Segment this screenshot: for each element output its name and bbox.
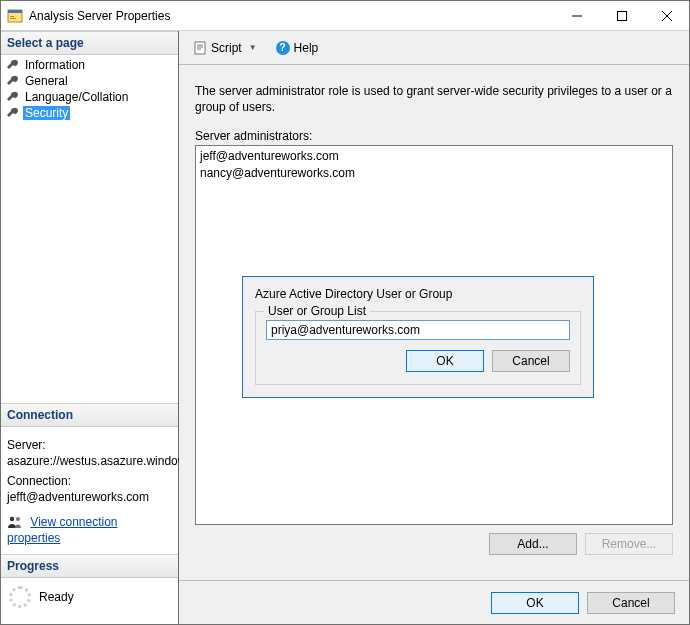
maximize-button[interactable] (599, 1, 644, 30)
aad-user-dialog: Azure Active Directory User or Group Use… (242, 276, 594, 398)
connection-header: Connection (1, 403, 178, 427)
svg-rect-1 (8, 10, 22, 13)
window-controls (554, 1, 689, 30)
remove-button: Remove... (585, 533, 673, 555)
progress-header: Progress (1, 554, 178, 578)
minimize-button[interactable] (554, 1, 599, 30)
aad-dialog-title: Azure Active Directory User or Group (243, 277, 593, 305)
nav-item-language-collation[interactable]: Language/Collation (1, 89, 178, 105)
app-icon (7, 8, 23, 24)
admins-label: Server administrators: (195, 129, 673, 143)
nav-item-general[interactable]: General (1, 73, 178, 89)
user-or-group-input[interactable] (266, 320, 570, 340)
dialog-footer: OK Cancel (179, 580, 689, 624)
connection-value: jefft@adventureworks.com (7, 489, 172, 505)
nav-label: Security (23, 106, 70, 120)
wrench-icon (5, 90, 19, 104)
connection-panel: Server: asazure://westus.asazure.windows… (1, 427, 178, 554)
admin-entry[interactable]: jeff@adventureworks.com (200, 148, 668, 164)
script-label: Script (211, 41, 242, 55)
wrench-icon (5, 74, 19, 88)
wrench-icon (5, 106, 19, 120)
svg-rect-5 (617, 11, 626, 20)
nav-label: General (23, 74, 70, 88)
nav-label: Language/Collation (23, 90, 130, 104)
aad-dialog-group: User or Group List OK Cancel (255, 311, 581, 385)
svg-rect-2 (10, 16, 14, 17)
nav-item-security[interactable]: Security (1, 105, 178, 121)
help-button[interactable]: ? Help (270, 38, 325, 58)
nav-item-information[interactable]: Information (1, 57, 178, 73)
wrench-icon (5, 58, 19, 72)
script-icon (193, 41, 207, 55)
aad-ok-button[interactable]: OK (406, 350, 484, 372)
server-value: asazure://westus.asazure.windows (7, 453, 172, 469)
server-label: Server: (7, 437, 172, 453)
description-text: The server administrator role is used to… (195, 83, 673, 115)
aad-legend: User or Group List (264, 304, 370, 318)
script-button[interactable]: Script ▼ (187, 38, 266, 58)
svg-rect-3 (10, 18, 16, 19)
svg-point-9 (16, 517, 20, 521)
ok-button[interactable]: OK (491, 592, 579, 614)
nav-label: Information (23, 58, 87, 72)
view-connection-properties-link[interactable]: View connection properties (7, 515, 118, 545)
progress-status: Ready (39, 590, 74, 604)
help-label: Help (294, 41, 319, 55)
toolbar: Script ▼ ? Help (179, 31, 689, 65)
admin-entry[interactable]: nancy@adventureworks.com (200, 165, 668, 181)
close-button[interactable] (644, 1, 689, 30)
help-icon: ? (276, 41, 290, 55)
left-panel: Select a page Information General Langua… (1, 31, 179, 624)
spinner-icon (9, 586, 31, 608)
window-title: Analysis Server Properties (29, 9, 554, 23)
add-button[interactable]: Add... (489, 533, 577, 555)
connection-label: Connection: (7, 473, 172, 489)
progress-panel: Ready (1, 578, 178, 624)
page-nav: Information General Language/Collation S… (1, 55, 178, 123)
svg-point-8 (10, 517, 14, 521)
people-icon (7, 516, 23, 528)
cancel-button[interactable]: Cancel (587, 592, 675, 614)
titlebar: Analysis Server Properties (1, 1, 689, 31)
aad-cancel-button[interactable]: Cancel (492, 350, 570, 372)
chevron-down-icon[interactable]: ▼ (246, 43, 260, 52)
select-page-header: Select a page (1, 31, 178, 55)
svg-rect-10 (195, 42, 205, 54)
